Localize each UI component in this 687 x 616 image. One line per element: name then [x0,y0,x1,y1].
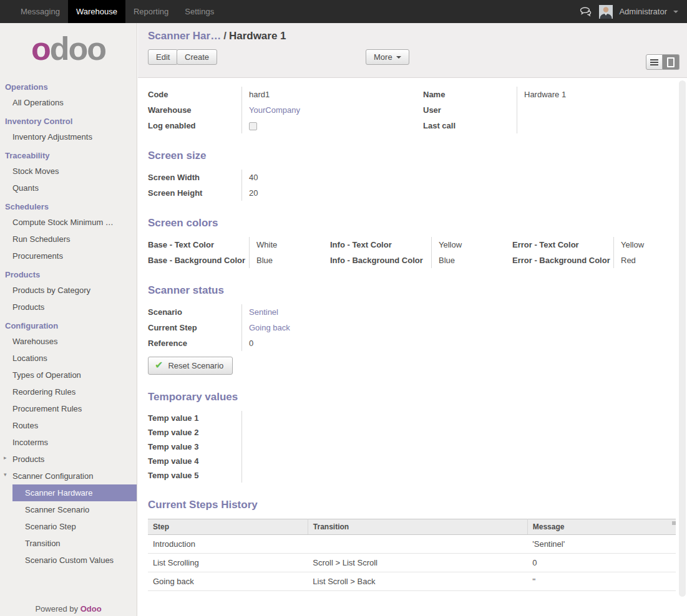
history-row[interactable]: Going back List Scroll > Back '' [148,572,676,591]
log-enabled-checkbox[interactable] [249,122,257,130]
sidebar-section-configuration: Configuration [0,315,137,333]
chat-icon[interactable] [580,7,593,17]
list-view-button[interactable] [646,54,663,70]
field-value: Yellow [431,237,494,253]
sidebar-item-products-config[interactable]: ▸Products [0,451,137,468]
field-last-call: Last call [423,118,676,133]
sidebar-item-scanner-hardware[interactable]: Scanner Hardware [12,484,137,501]
screen-size-group: Screen Width 40 Screen Height 20 [148,170,400,201]
sidebar-item-procurements[interactable]: Procurements [0,248,137,264]
sidebar-item-locations[interactable]: Locations [0,350,137,367]
field-value [517,118,676,133]
create-button[interactable]: Create [177,49,217,65]
cell-transition [308,535,527,554]
sidebar-item-scanner-configuration[interactable]: ▾Scanner Configuration [0,468,137,484]
field-screen-width: Screen Width 40 [148,170,400,185]
column-header-transition[interactable]: Transition [308,519,527,535]
field-label: Temp value 1 [148,411,241,425]
cell-step: Introduction [148,535,308,554]
section-title-screen-colors: Screen colors [148,217,676,229]
cell-transition: Scroll > List Scroll [308,554,527,572]
control-panel: Scanner Har…/Hardware 1 Edit Create More [138,23,687,78]
form-view-button[interactable] [663,54,680,70]
field-label: Code [148,87,241,102]
field-name: Name Hardware 1 [423,87,676,102]
sidebar-item-stock-moves[interactable]: Stock Moves [0,163,137,180]
sidebar-item-quants[interactable]: Quants [0,180,137,196]
field-value: Blue [431,253,494,268]
resize-gripper-icon[interactable] [672,521,676,525]
sidebar-item-types-of-operation[interactable]: Types of Operation [0,367,137,383]
sidebar-item-inventory-adjustments[interactable]: Inventory Adjustments [0,128,137,145]
field-reference: Reference 0 [148,335,400,351]
breadcrumb-parent[interactable]: Scanner Har… [148,30,221,42]
menu-settings[interactable]: Settings [177,0,222,23]
main-content: Scanner Har…/Hardware 1 Edit Create More… [138,23,687,616]
field-temp-value-4: Temp value 4 [148,454,400,468]
sidebar-item-scenario-custom-values[interactable]: Scenario Custom Values [0,552,137,569]
sidebar-item-products-by-category[interactable]: Products by Category [0,282,137,299]
sidebar-item-procurement-rules[interactable]: Procurement Rules [0,400,137,417]
avatar[interactable] [599,5,613,19]
reset-scenario-button[interactable]: ✔Reset Scenario [148,357,233,375]
column-header-message[interactable]: Message [527,519,676,535]
sidebar-item-incoterms[interactable]: Incoterms [0,434,137,451]
field-value: White [249,237,311,253]
sidebar-item-all-operations[interactable]: All Operations [0,94,137,111]
odoo-brand-link[interactable]: Odoo [80,604,102,614]
field-label: Screen Width [148,170,241,185]
field-label: Temp value 3 [148,440,241,454]
sidebar-item-compute-stock-minimum[interactable]: Compute Stock Minimum … [0,214,137,231]
field-warehouse: Warehouse YourCompany [148,102,401,118]
powered-by: Powered by Odoo [0,604,137,614]
history-row[interactable]: List Scrolling Scroll > List Scroll 0 [148,554,676,572]
field-value: Red [613,253,676,268]
sidebar-item-scanner-scenario[interactable]: Scanner Scenario [0,501,137,518]
field-temp-value-3: Temp value 3 [148,440,400,454]
column-header-step[interactable]: Step [148,519,308,535]
cell-message: '' [527,572,676,591]
field-label: Current Step [148,320,241,335]
scenario-link[interactable]: Sentinel [249,307,278,317]
user-menu[interactable]: Administrator [619,7,667,16]
more-button[interactable]: More [366,49,409,65]
sidebar-item-scenario-step[interactable]: Scenario Step [0,518,137,535]
odoo-logo[interactable]: odoo [0,31,137,68]
field-screen-height: Screen Height 20 [148,185,400,201]
history-row[interactable]: Introduction 'Sentinel' [148,535,676,554]
field-current-step: Current Step Going back [148,320,400,335]
sidebar-section-schedulers: Schedulers [0,196,137,214]
sidebar-section-inventory-control: Inventory Control [0,111,137,128]
menu-reporting[interactable]: Reporting [125,0,177,23]
sidebar-item-reordering-rules[interactable]: Reordering Rules [0,383,137,400]
sidebar-item-products[interactable]: Products [0,299,137,315]
field-value: 0 [241,335,400,351]
field-label: Reference [148,335,241,351]
menu-warehouse[interactable]: Warehouse [68,0,125,23]
cell-step: List Scrolling [148,554,308,572]
current-step-link[interactable]: Going back [249,323,290,332]
field-value [241,454,400,468]
warehouse-link[interactable]: YourCompany [249,105,300,115]
field-value [241,468,400,483]
sidebar-item-routes[interactable]: Routes [0,417,137,434]
edit-button[interactable]: Edit [148,49,178,65]
vertical-scrollbar[interactable] [679,80,686,597]
field-value [241,411,400,425]
breadcrumb: Scanner Har…/Hardware 1 [148,29,677,43]
topbar-right: Administrator [580,0,678,23]
breadcrumb-current: Hardware 1 [229,30,286,42]
sidebar-item-run-schedulers[interactable]: Run Schedulers [0,231,137,248]
toolbar: Edit Create More [148,49,677,65]
field-base-background-color: Base - Background Color Blue [148,253,311,268]
sidebar-item-transition[interactable]: Transition [0,535,137,552]
field-log-enabled: Log enabled [148,118,401,133]
sidebar-section-products: Products [0,264,137,282]
sidebar-item-warehouses[interactable]: Warehouses [0,333,137,350]
menu-messaging[interactable]: Messaging [12,0,68,23]
field-value [241,425,400,440]
field-label: Temp value 5 [148,468,241,483]
field-info-background-color: Info - Background Color Blue [330,253,494,268]
field-label: Base - Text Color [148,237,249,253]
field-label: Screen Height [148,185,241,201]
